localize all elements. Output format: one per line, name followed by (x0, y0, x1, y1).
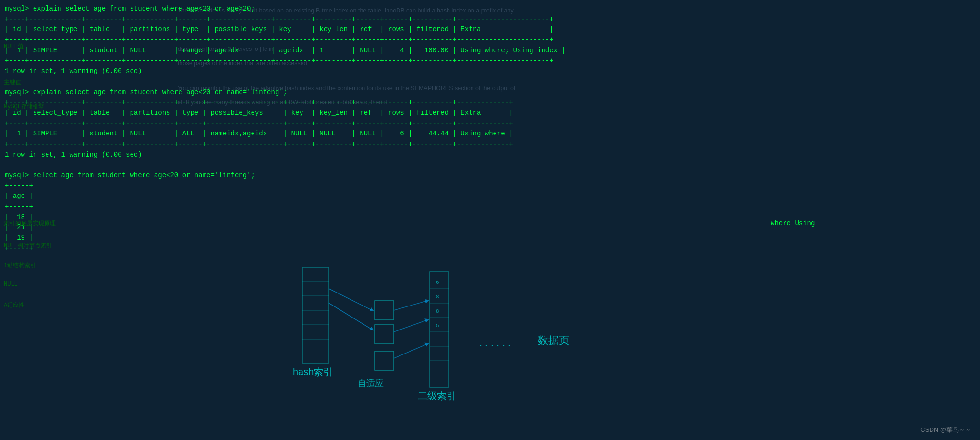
terminal-line-18: +-----+ (5, 181, 975, 192)
terminal-window: mysql> explain select age from student w… (0, 0, 980, 440)
terminal-line-20: +-----+ (5, 202, 975, 212)
terminal-line-1: mysql> explain select age from student w… (5, 4, 975, 14)
terminal-line-9: mysql> explain select age from student w… (5, 87, 975, 98)
terminal-line-19: | age | (5, 191, 975, 202)
terminal-line-15: 1 row in set, 1 warning (0.00 sec) (5, 150, 975, 160)
terminal-line-10: +----+-------------+---------+----------… (5, 98, 975, 108)
terminal-line-21: | 18 | (5, 212, 975, 223)
watermark: CSDN @菜鸟～～ (920, 426, 971, 434)
terminal-line-3: | id | select_type | table | partitions … (5, 24, 975, 35)
terminal-line-11: | id | select_type | table | partitions … (5, 108, 975, 119)
terminal-line-8 (5, 77, 975, 87)
terminal-line-12: +----+-------------+---------+----------… (5, 119, 975, 129)
terminal-line-4: +----+-------------+---------+----------… (5, 35, 975, 46)
terminal-line-7: 1 row in set, 1 warning (0.00 sec) (5, 66, 975, 77)
terminal-line-17: mysql> select age from student where age… (5, 171, 975, 181)
terminal-line-14: +----+-------------+---------+----------… (5, 139, 975, 150)
terminal-line-2: +----+-------------+---------+----------… (5, 14, 975, 25)
terminal-line-16 (5, 160, 975, 171)
terminal-line-5: | 1 | SIMPLE | student | NULL | range | … (5, 46, 975, 56)
terminal-line-24: +-----+ (5, 244, 975, 254)
terminal-line-22: | 21 | (5, 222, 975, 233)
terminal-line-6: +----+-------------+---------+----------… (5, 56, 975, 66)
terminal-line-13: | 1 | SIMPLE | student | NULL | ALL | na… (5, 129, 975, 139)
terminal-line-23: | 19 | (5, 233, 975, 244)
